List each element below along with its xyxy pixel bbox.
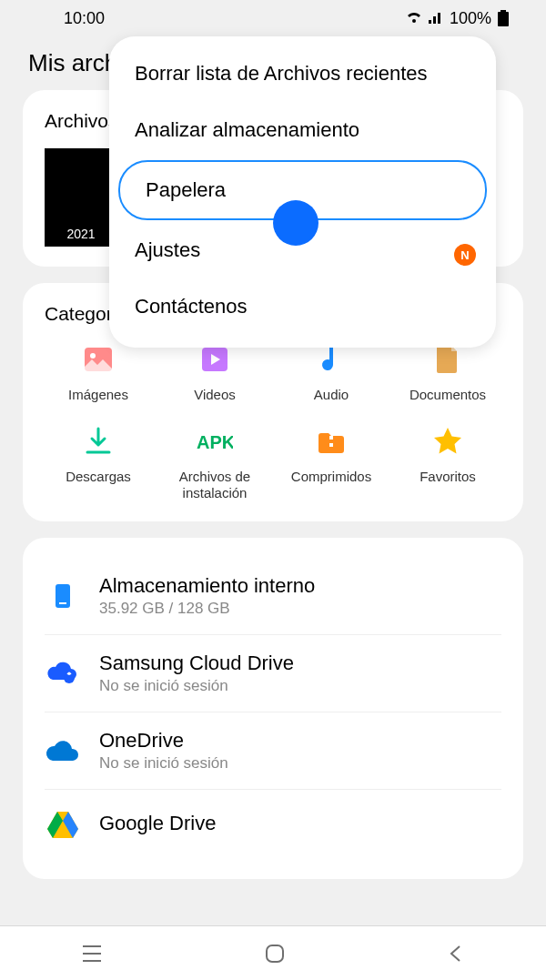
storage-sub: No se inició sesión xyxy=(99,754,501,773)
category-label: Comprimidos xyxy=(291,469,371,485)
storage-title: Google Drive xyxy=(99,812,501,835)
svg-rect-8 xyxy=(56,584,70,608)
favorites-icon xyxy=(430,423,466,460)
storage-title: Almacenamiento interno xyxy=(99,574,501,598)
status-right: 100% xyxy=(406,9,510,28)
category-label: Audio xyxy=(314,387,349,403)
menu-item-label: Ajustes xyxy=(135,238,200,261)
status-bar: 10:00 100% xyxy=(0,0,546,36)
category-label: Favoritos xyxy=(420,469,476,485)
storage-title: Samsung Cloud Drive xyxy=(99,652,501,675)
categories-grid: ImágenesVideosAudioDocumentosDescargasAP… xyxy=(45,341,501,501)
svg-rect-1 xyxy=(500,10,506,13)
nav-bar xyxy=(0,925,546,980)
internal-icon xyxy=(45,578,81,614)
category-label: Documentos xyxy=(410,387,486,403)
wifi-icon xyxy=(406,12,422,25)
category-label: Imágenes xyxy=(68,387,128,403)
menu-item-1[interactable]: Analizar almacenamiento xyxy=(109,102,496,158)
menu-item-0[interactable]: Borrar lista de Archivos recientes xyxy=(109,45,496,102)
category-videos[interactable]: Videos xyxy=(161,341,268,403)
menu-item-label: Contáctenos xyxy=(135,295,248,318)
category-audio[interactable]: Audio xyxy=(278,341,385,403)
category-downloads[interactable]: Descargas xyxy=(45,423,152,501)
menu-item-label: Borrar lista de Archivos recientes xyxy=(135,62,428,85)
storage-title: OneDrive xyxy=(99,729,501,753)
samsung-cloud-icon xyxy=(45,655,81,692)
category-favorites[interactable]: Favoritos xyxy=(394,423,501,501)
images-icon xyxy=(80,341,116,378)
signal-icon xyxy=(428,12,444,25)
recent-year: 2021 xyxy=(66,227,95,241)
category-documents[interactable]: Documentos xyxy=(394,341,501,403)
onedrive-icon xyxy=(45,732,81,769)
svg-rect-9 xyxy=(59,602,66,604)
compressed-icon xyxy=(313,423,349,460)
category-compressed[interactable]: Comprimidos xyxy=(278,423,385,501)
downloads-icon xyxy=(80,423,116,460)
battery-icon xyxy=(497,10,510,26)
storage-card: Almacenamiento interno35.92 GB / 128 GBS… xyxy=(23,538,523,879)
svg-rect-7 xyxy=(329,443,333,447)
home-nav-icon[interactable] xyxy=(264,943,286,965)
back-nav-icon[interactable] xyxy=(447,943,465,965)
battery-text: 100% xyxy=(450,9,491,28)
recent-thumb[interactable]: 2021 xyxy=(45,148,117,247)
category-label: Archivos de instalación xyxy=(161,469,268,501)
category-apk[interactable]: APKArchivos de instalación xyxy=(161,423,268,501)
storage-internal[interactable]: Almacenamiento interno35.92 GB / 128 GB xyxy=(45,558,501,635)
recents-nav-icon[interactable] xyxy=(81,945,103,963)
menu-item-label: Papelera xyxy=(146,178,226,201)
category-images[interactable]: Imágenes xyxy=(45,341,152,403)
menu-item-4[interactable]: Contáctenos xyxy=(109,278,496,335)
storage-sub: No se inició sesión xyxy=(99,677,501,695)
google-drive-icon xyxy=(45,806,81,843)
category-label: Descargas xyxy=(66,469,131,485)
storage-google-drive[interactable]: Google Drive xyxy=(45,790,501,859)
menu-item-label: Analizar almacenamiento xyxy=(135,118,359,141)
touch-indicator xyxy=(273,200,318,246)
storage-sub: 35.92 GB / 128 GB xyxy=(99,600,501,618)
svg-rect-0 xyxy=(498,12,509,26)
storage-onedrive[interactable]: OneDriveNo se inició sesión xyxy=(45,712,501,790)
svg-point-3 xyxy=(90,353,96,359)
context-menu: Borrar lista de Archivos recientesAnaliz… xyxy=(109,36,496,348)
category-label: Videos xyxy=(194,387,236,403)
status-time: 10:00 xyxy=(64,9,105,28)
svg-text:APK: APK xyxy=(197,432,233,452)
phone-frame: 10:00 100% Mis archivos Archivos recient… xyxy=(0,0,546,980)
storage-samsung-cloud[interactable]: Samsung Cloud DriveNo se inició sesión xyxy=(45,635,501,712)
svg-rect-11 xyxy=(267,945,283,962)
svg-rect-6 xyxy=(329,436,333,439)
new-badge: N xyxy=(454,244,476,266)
apk-icon: APK xyxy=(197,423,233,460)
